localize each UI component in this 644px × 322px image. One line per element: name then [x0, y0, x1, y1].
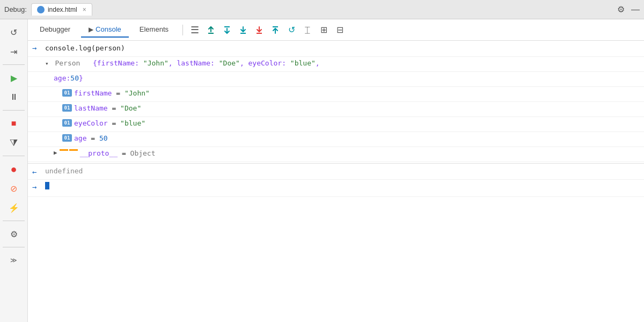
prompt-arrow: → — [32, 182, 41, 191]
input-arrow: → — [32, 43, 41, 52]
tab-elements[interactable]: Elements — [132, 22, 176, 38]
sidebar-divider-4 — [3, 221, 25, 221]
breakpoint-button[interactable]: ● — [4, 160, 24, 178]
sidebar: ↺ ⇥ ▶ ⏸ ■ ⧩ ● ⊘ ⚡ ⚙ ≫ — [0, 19, 28, 322]
prop-name-firstname: firstName — [74, 89, 112, 97]
prop-val-age: 50 — [99, 134, 108, 142]
reload-button[interactable]: ↺ — [4, 24, 24, 41]
step-over-down-button[interactable] — [219, 23, 235, 38]
prop-eq-age: = — [86, 134, 99, 142]
object-preview: {firstName: — [93, 59, 143, 67]
proto-value: Object — [130, 149, 156, 157]
input-code: console.log(person) — [45, 43, 638, 54]
closing-brace: } — [79, 74, 83, 82]
sidebar-divider-1 — [3, 64, 25, 65]
sidebar-divider-2 — [3, 110, 25, 111]
tab-console[interactable]: ▶Console — [81, 22, 129, 38]
gear-icon[interactable]: ⚙ — [617, 4, 625, 14]
cursor-btn[interactable]: ⌶ — [300, 23, 315, 38]
reload-btn[interactable]: ↺ — [284, 23, 299, 38]
panels-btn[interactable]: ⊟ — [332, 23, 347, 38]
proto-line: ▶ __proto__ = Object — [28, 147, 644, 162]
prop-val-lastname: "Doe" — [120, 104, 141, 112]
prop-line-lastname: 01 lastName = "Doe" — [28, 102, 644, 117]
prop-eq-firstname: = — [112, 89, 124, 97]
prop-eq-lastname: = — [108, 104, 120, 112]
toolbar: Debugger ▶Console Elements ☰ — [28, 19, 644, 41]
step-button[interactable]: ⇥ — [4, 43, 24, 60]
settings-button[interactable]: ⚙ — [4, 225, 24, 243]
prop-name-age: age — [74, 134, 86, 142]
console-area: → console.log(person) ▾ Person {firstNam… — [28, 41, 644, 322]
tab-file-icon — [37, 6, 45, 13]
debug-label: Debug: — [4, 5, 27, 13]
age-value: 50 — [70, 74, 79, 82]
main-layout: ↺ ⇥ ▶ ⏸ ■ ⧩ ● ⊘ ⚡ ⚙ ≫ Debugger ▶Console … — [0, 19, 644, 322]
result-value: undefined — [45, 167, 83, 175]
prop-name-lastname: lastName — [74, 104, 108, 112]
prop-icon-eyecolor: 01 — [62, 119, 72, 127]
prop-val-eyecolor: "blue" — [120, 119, 145, 127]
step-out-button[interactable] — [268, 23, 283, 38]
expand-collapse-icon[interactable]: ▾ — [45, 60, 49, 67]
object-output-line-2: age: 50 } — [28, 72, 644, 87]
title-bar: Debug: index.html × ⚙ — — [0, 0, 644, 19]
content-area: Debugger ▶Console Elements ☰ — [28, 19, 644, 322]
filter-button[interactable]: ⧩ — [4, 134, 24, 151]
input-cursor — [45, 182, 49, 189]
lightning-button[interactable]: ⚡ — [4, 199, 24, 216]
proto-expand-icon[interactable]: ▶ — [54, 149, 57, 156]
prop-val-firstname: "John" — [125, 89, 150, 97]
minimize-icon[interactable]: — — [631, 5, 640, 14]
result-arrow: ← — [32, 167, 41, 176]
object-output-line-1: ▾ Person {firstName: "John", lastName: "… — [28, 57, 644, 72]
proto-hlines-icon — [60, 149, 78, 151]
object-name: Person — [55, 59, 80, 67]
tab-name: index.html — [48, 6, 77, 13]
title-bar-actions: ⚙ — — [617, 4, 640, 14]
prop-line-firstname: 01 firstName = "John" — [28, 87, 644, 102]
menu-button[interactable]: ☰ — [187, 23, 202, 38]
prop-icon-age: 01 — [62, 134, 72, 142]
proto-name: __proto__ — [80, 149, 118, 157]
sidebar-divider-3 — [3, 156, 25, 156]
no-breakpoint-button[interactable]: ⊘ — [4, 180, 24, 197]
step-into-button[interactable] — [236, 23, 251, 38]
prop-line-eyecolor: 01 eyeColor = "blue" — [28, 117, 644, 132]
prop-name-eyecolor: eyeColor — [74, 119, 108, 127]
stop-button[interactable]: ■ — [4, 115, 24, 132]
tab-close-button[interactable]: × — [83, 6, 86, 13]
resume-button[interactable]: ▶ — [4, 69, 24, 86]
tab-debugger[interactable]: Debugger — [32, 22, 78, 38]
age-key: age: — [54, 74, 70, 82]
prop-line-age: 01 age = 50 — [28, 132, 644, 147]
sidebar-divider-5 — [3, 247, 25, 247]
prop-icon-firstname: 01 — [62, 89, 72, 97]
prompt-line[interactable]: → — [28, 180, 644, 197]
toolbar-separator — [182, 25, 183, 35]
index-tab[interactable]: index.html × — [31, 3, 92, 16]
expand-button[interactable]: ≫ — [4, 252, 24, 269]
grid-btn[interactable]: ⊞ — [316, 23, 331, 38]
prop-icon-lastname: 01 — [62, 104, 72, 112]
step-up-button[interactable] — [203, 23, 218, 38]
object-tree: ▾ Person {firstName: "John", lastName: "… — [45, 59, 638, 67]
pause-button[interactable]: ⏸ — [4, 89, 24, 106]
result-line: ← undefined — [28, 163, 644, 180]
proto-eq: = — [118, 149, 130, 157]
step-down-red-button[interactable] — [252, 23, 267, 38]
console-input-line: → console.log(person) — [28, 41, 644, 57]
prop-eq-eyecolor: = — [108, 119, 120, 127]
